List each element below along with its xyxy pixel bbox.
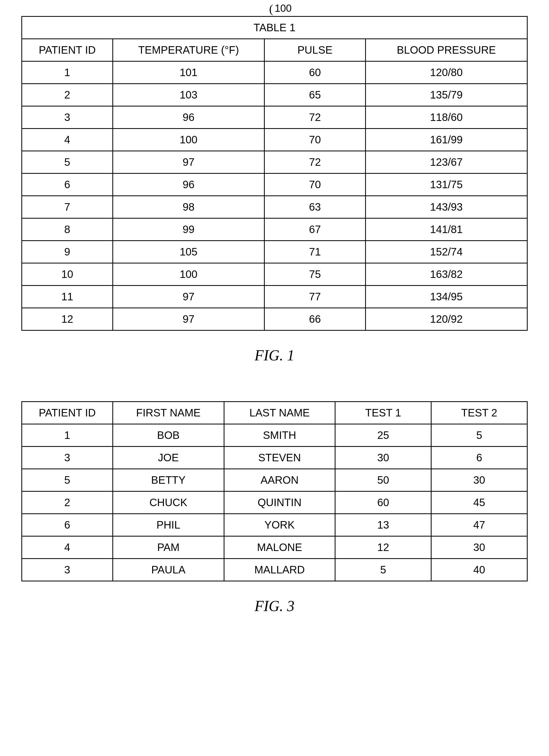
table-cell: 72 <box>264 106 366 129</box>
table-cell: PHIL <box>113 514 224 536</box>
table-cell: 25 <box>335 424 431 447</box>
table-cell: 131/75 <box>365 174 527 196</box>
table-cell: STEVEN <box>224 447 335 469</box>
table-cell: 47 <box>431 514 527 536</box>
table-cell: 67 <box>264 218 366 241</box>
figure-1-container: (100 TABLE 1PATIENT IDTEMPERATURE (°F)PU… <box>21 16 528 331</box>
table-row: 129766120/92 <box>22 308 527 330</box>
table-row: 39672118/60 <box>22 106 527 129</box>
table-cell: 6 <box>431 447 527 469</box>
table-cell: 60 <box>264 61 366 84</box>
table-cell: 97 <box>113 151 264 174</box>
table-cell: 141/81 <box>365 218 527 241</box>
table-cell: 123/67 <box>365 151 527 174</box>
table-cell: 2 <box>22 491 113 514</box>
table-row: 5BETTYAARON5030 <box>22 469 527 491</box>
table-row: 6PHILYORK1347 <box>22 514 527 536</box>
table-cell: 70 <box>264 174 366 196</box>
table-row: 1BOBSMITH255 <box>22 424 527 447</box>
table-1-title: TABLE 1 <box>22 17 527 39</box>
table-cell: 65 <box>264 84 366 106</box>
figure-1-caption: FIG. 1 <box>21 347 528 364</box>
table-row: 110160120/80 <box>22 61 527 84</box>
table-row: 3PAULAMALLARD540 <box>22 559 527 581</box>
table-row: 4PAMMALONE1230 <box>22 536 527 559</box>
table-cell: 30 <box>335 447 431 469</box>
table-cell: 77 <box>264 286 366 308</box>
table-row: 1010075163/82 <box>22 263 527 286</box>
table-row: 2CHUCKQUINTIN6045 <box>22 491 527 514</box>
table-cell: 103 <box>113 84 264 106</box>
table-cell: 143/93 <box>365 196 527 218</box>
table-cell: 163/82 <box>365 263 527 286</box>
table-cell: 100 <box>113 129 264 151</box>
table-cell: MALLARD <box>224 559 335 581</box>
leader-hook-icon: ( <box>269 3 273 15</box>
table-cell: 5 <box>431 424 527 447</box>
table-cell: 12 <box>22 308 113 330</box>
table-cell: 152/74 <box>365 241 527 263</box>
table-cell: 134/95 <box>365 286 527 308</box>
table-row: 410070161/99 <box>22 129 527 151</box>
table-cell: 135/79 <box>365 84 527 106</box>
table-3-header: PATIENT ID <box>22 402 113 424</box>
table-3-header: TEST 2 <box>431 402 527 424</box>
table-cell: PAM <box>113 536 224 559</box>
table-cell: 40 <box>431 559 527 581</box>
table-cell: 5 <box>22 469 113 491</box>
figure-1-ref-label: (100 <box>269 3 292 15</box>
table-cell: JOE <box>113 447 224 469</box>
table-row: 910571152/74 <box>22 241 527 263</box>
table-cell: 118/60 <box>365 106 527 129</box>
table-cell: 30 <box>431 536 527 559</box>
table-cell: 120/92 <box>365 308 527 330</box>
table-cell: BOB <box>113 424 224 447</box>
table-cell: 100 <box>113 263 264 286</box>
table-row: 69670131/75 <box>22 174 527 196</box>
table-cell: 60 <box>335 491 431 514</box>
table-row: 59772123/67 <box>22 151 527 174</box>
table-cell: 3 <box>22 559 113 581</box>
table-cell: 63 <box>264 196 366 218</box>
table-cell: QUINTIN <box>224 491 335 514</box>
table-cell: 75 <box>264 263 366 286</box>
table-cell: 5 <box>335 559 431 581</box>
table-cell: 72 <box>264 151 366 174</box>
table-cell: 7 <box>22 196 113 218</box>
table-cell: AARON <box>224 469 335 491</box>
table-cell: 71 <box>264 241 366 263</box>
table-1-header: TEMPERATURE (°F) <box>113 39 264 61</box>
table-cell: 45 <box>431 491 527 514</box>
table-cell: YORK <box>224 514 335 536</box>
table-cell: 9 <box>22 241 113 263</box>
table-cell: 8 <box>22 218 113 241</box>
table-row: 79863143/93 <box>22 196 527 218</box>
table-cell: 99 <box>113 218 264 241</box>
table-cell: 70 <box>264 129 366 151</box>
table-cell: 96 <box>113 174 264 196</box>
figure-3-caption: FIG. 3 <box>21 597 528 615</box>
table-3-header: LAST NAME <box>224 402 335 424</box>
table-cell: 5 <box>22 151 113 174</box>
table-cell: 66 <box>264 308 366 330</box>
table-3: PATIENT IDFIRST NAMELAST NAMETEST 1TEST … <box>21 401 528 581</box>
figure-1-ref-number: 100 <box>275 3 291 14</box>
table-cell: BETTY <box>113 469 224 491</box>
table-row: 89967141/81 <box>22 218 527 241</box>
table-cell: 12 <box>335 536 431 559</box>
table-row: 3JOESTEVEN306 <box>22 447 527 469</box>
table-cell: SMITH <box>224 424 335 447</box>
table-cell: 6 <box>22 514 113 536</box>
table-row: 210365135/79 <box>22 84 527 106</box>
table-cell: CHUCK <box>113 491 224 514</box>
table-cell: 1 <box>22 424 113 447</box>
table-cell: 3 <box>22 447 113 469</box>
table-cell: 98 <box>113 196 264 218</box>
page-content: (100 TABLE 1PATIENT IDTEMPERATURE (°F)PU… <box>21 16 528 615</box>
table-3-header: TEST 1 <box>335 402 431 424</box>
table-1-header: BLOOD PRESSURE <box>365 39 527 61</box>
figure-3-container: PATIENT IDFIRST NAMELAST NAMETEST 1TEST … <box>21 401 528 581</box>
table-cell: 161/99 <box>365 129 527 151</box>
table-cell: 50 <box>335 469 431 491</box>
table-1: TABLE 1PATIENT IDTEMPERATURE (°F)PULSEBL… <box>21 16 528 331</box>
